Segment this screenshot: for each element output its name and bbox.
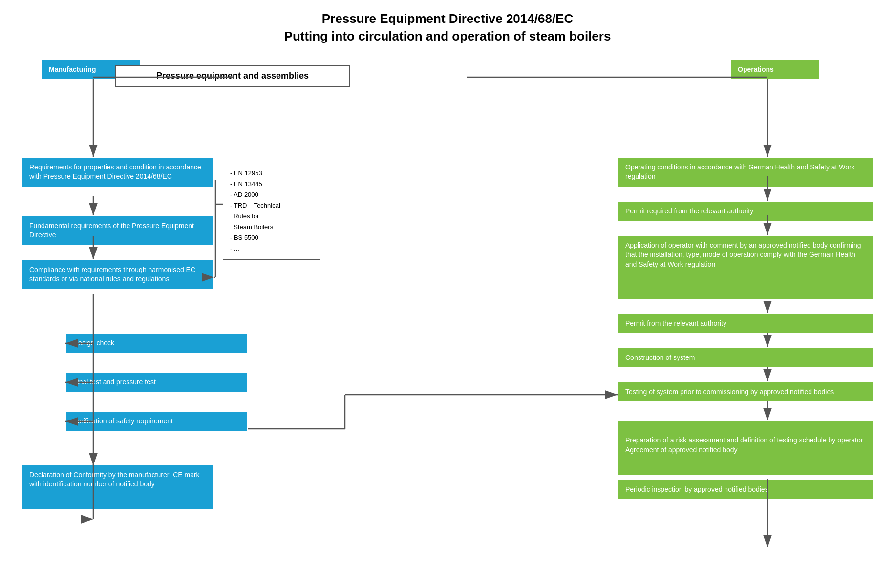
mfg-design-check-box: Design check — [66, 334, 247, 353]
ops-permit-authority-box: Permit from the relevant authority — [618, 314, 873, 334]
ops-testing-commissioning-box: Testing of system prior to commissioning… — [618, 382, 873, 402]
mfg-requirements-box: Requirements for properties and conditio… — [22, 158, 213, 187]
center-pressure-equipment-box: Pressure equipment and assemblies — [115, 65, 350, 87]
ops-construction-box: Construction of system — [618, 348, 873, 368]
mfg-compliance-box: Compliance with requirements through har… — [22, 260, 213, 289]
mfg-declaration-box: Declaration of Conformity by the manufac… — [22, 465, 213, 509]
standards-box: - EN 12953 - EN 13445 - AD 2000 - TRD – … — [223, 163, 320, 260]
page-title: Pressure Equipment Directive 2014/68/EC … — [10, 10, 885, 45]
mfg-final-test-box: Final test and pressure test — [66, 373, 247, 392]
ops-permit-required-box: Permit required from the relevant author… — [618, 202, 873, 221]
mfg-fundamental-requirements-box: Fundamental requirements of the Pressure… — [22, 216, 213, 245]
ops-application-operator-box: Application of operator with comment by … — [618, 236, 873, 299]
ops-operating-conditions-box: Operating conditions in accordance with … — [618, 158, 873, 187]
mfg-verification-box: Verification of safety requirement — [66, 412, 247, 431]
ops-periodic-inspection-box: Periodic inspection by approved notified… — [618, 480, 873, 500]
ops-risk-assessment-box: Preparation of a risk assessment and def… — [618, 421, 873, 475]
operations-label: Operations — [731, 60, 819, 80]
